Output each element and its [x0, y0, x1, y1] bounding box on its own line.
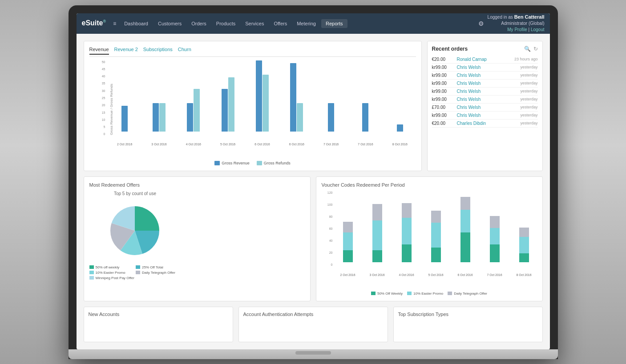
refund-bar — [263, 75, 269, 132]
donut-chart — [104, 200, 166, 262]
donut-legend: 50% off weekly25% Off Total10% Easter Pr… — [89, 265, 181, 280]
refund-bar — [159, 103, 166, 132]
order-name[interactable]: Chris Welsh — [457, 105, 519, 110]
order-name[interactable]: Chris Welsh — [457, 81, 519, 86]
y-tick-35: 35 — [102, 82, 105, 85]
revenue-bar — [256, 60, 262, 132]
order-amount: €20.00 — [432, 121, 455, 126]
tab-subscriptions[interactable]: Subscriptions — [143, 47, 173, 55]
voucher-legend: 50% Off Weekly10% Easter PromoDaily Tele… — [322, 292, 537, 296]
vc-y-0: 0 — [331, 263, 333, 266]
stacked-bar-segment — [490, 228, 500, 244]
revenue-bar — [222, 89, 228, 132]
logout-link[interactable]: Logout — [531, 27, 545, 32]
donut-legend-label: 50% off weekly — [96, 265, 120, 269]
nav-item-dashboard[interactable]: Dashboard — [120, 19, 153, 28]
donut-legend-color — [89, 276, 94, 280]
order-amount: kr99.00 — [432, 73, 455, 78]
middle-row: Most Redeemed Offers Top 5 by count of u… — [84, 176, 543, 301]
y-tick-45: 45 — [102, 68, 105, 71]
nav-item-reports[interactable]: Reports — [321, 19, 347, 28]
voucher-codes-title: Voucher Codes Redeemed Per Period — [322, 182, 537, 188]
tab-revenue[interactable]: Revenue — [89, 47, 109, 55]
order-name[interactable]: Chris Welsh — [457, 113, 519, 118]
stacked-bar-segment — [490, 244, 500, 262]
search-icon[interactable]: 🔍 — [524, 46, 531, 52]
order-amount: kr99.00 — [432, 65, 455, 70]
stacked-bar-segment — [460, 197, 470, 210]
voucher-x-label-6: 8 Oct 2016 — [511, 273, 537, 276]
top-subs-title: Top Subscription Types — [398, 312, 538, 317]
nav-item-products[interactable]: Products — [212, 19, 240, 28]
revenue-bar — [187, 103, 193, 132]
revenue-bar — [362, 103, 368, 132]
recent-orders-header: Recent orders 🔍 ↻ — [432, 46, 538, 52]
nav-item-orders[interactable]: Orders — [187, 19, 211, 28]
donut-legend-color — [89, 271, 94, 274]
y-tick-10: 10 — [102, 118, 105, 121]
settings-gear-icon[interactable]: ⚙ — [478, 20, 484, 27]
bar-group-0 — [109, 60, 141, 132]
hamburger-icon[interactable]: ≡ — [113, 20, 116, 27]
y-tick-5: 5 — [104, 125, 105, 128]
revenue-chart-legend: Gross Revenue Gross Refunds — [89, 161, 416, 165]
tab-revenue2[interactable]: Revenue 2 — [114, 47, 138, 55]
donut-legend-item: Daily Telegraph Offer — [136, 271, 181, 275]
my-profile-link[interactable]: My Profile — [507, 27, 527, 32]
bar-group-6 — [315, 60, 347, 132]
new-accounts-panel: New Accounts — [84, 307, 233, 342]
voucher-bar-group-3 — [423, 211, 449, 262]
nav-item-customers[interactable]: Customers — [153, 19, 186, 28]
order-amount: kr99.00 — [432, 113, 455, 118]
third-row: New Accounts Account Authentication Atte… — [84, 307, 543, 342]
order-row-7: kr99.00Chris Welshyesterday — [432, 112, 538, 120]
stacked-bar-segment — [519, 228, 529, 237]
nav-item-offers[interactable]: Offers — [269, 19, 291, 28]
legend-refund-color — [257, 161, 262, 165]
order-time: yesterday — [520, 65, 537, 69]
voucher-bar-group-5 — [482, 216, 508, 262]
y-tick-0: 0 — [104, 132, 105, 136]
refresh-icon[interactable]: ↻ — [533, 46, 538, 52]
order-time: yesterday — [520, 113, 537, 117]
donut-legend-item: 10% Easter Promo — [89, 271, 134, 275]
order-name[interactable]: Charles Dibdin — [457, 121, 519, 126]
order-name[interactable]: Chris Welsh — [457, 65, 519, 70]
y-tick-15: 15 — [102, 111, 105, 114]
stacked-bar-segment — [372, 220, 382, 250]
order-name[interactable]: Chris Welsh — [457, 73, 519, 78]
stacked-bar-segment — [519, 253, 529, 262]
account-auth-panel: Account Authentication Attempts — [238, 307, 388, 342]
bar-group-5 — [281, 60, 312, 132]
legend-revenue-color — [214, 161, 220, 165]
legend-gross-revenue: Gross Revenue — [214, 161, 250, 165]
nav-item-metering[interactable]: Metering — [292, 19, 320, 28]
x-label-1: 3 Oct 2016 — [143, 143, 175, 146]
laptop-base — [69, 349, 558, 359]
donut-legend-item: 25% Off Total — [136, 265, 181, 269]
main-content: Revenue Revenue 2 Subscriptions Churn Gr… — [77, 34, 550, 349]
order-name[interactable]: Chris Welsh — [457, 97, 519, 102]
x-label-6: 7 Oct 2016 — [315, 143, 347, 146]
y-tick-50: 50 — [102, 60, 105, 64]
laptop-frame: eSuite® ≡ Dashboard Customers Orders Pro… — [69, 5, 558, 359]
orders-list: €20.00Ronald Carnap23 hours agokr99.00Ch… — [432, 56, 538, 128]
y-tick-40: 40 — [102, 75, 105, 78]
order-row-6: £70.00Chris Welshyesterday — [432, 104, 538, 112]
refund-bar — [297, 103, 303, 132]
order-time: yesterday — [520, 73, 537, 77]
new-accounts-title: New Accounts — [89, 312, 228, 317]
voucher-bars-container — [335, 191, 537, 262]
donut-legend-color — [89, 265, 94, 269]
tab-churn[interactable]: Churn — [178, 47, 191, 55]
order-name[interactable]: Ronald Carnap — [457, 57, 513, 62]
order-name[interactable]: Chris Welsh — [457, 89, 519, 94]
order-row-2: kr99.00Chris Welshyesterday — [432, 72, 538, 80]
order-amount: £70.00 — [432, 105, 455, 110]
revenue-bar — [290, 63, 296, 132]
donut-legend-label: Daily Telegraph Offer — [142, 271, 175, 275]
voucher-bar-group-4 — [452, 197, 478, 262]
stacked-bar-segment — [460, 210, 470, 232]
nav-item-services[interactable]: Services — [241, 19, 268, 28]
vc-y-80: 80 — [329, 215, 333, 218]
